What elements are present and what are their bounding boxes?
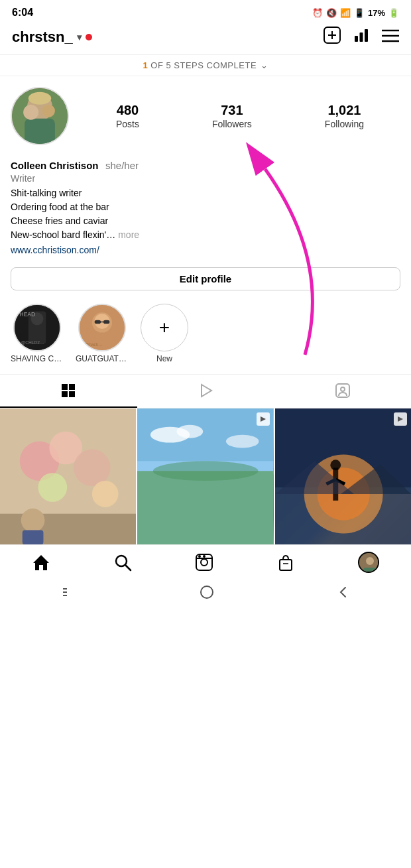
stats-row: 480 Posts 731 Followers 1,021 Following — [80, 103, 400, 130]
highlight-guat[interactable]: @hack… GUATGUATGU... — [76, 304, 129, 363]
svg-rect-3 — [355, 36, 358, 42]
svg-rect-24 — [95, 320, 101, 324]
svg-point-69 — [198, 555, 201, 558]
add-post-button[interactable] — [323, 27, 341, 48]
highlights-section: HEAD @CHLD2… SHAVING CH... @hack… — [0, 298, 411, 374]
system-back-button[interactable] — [337, 585, 349, 603]
new-highlight-plus-icon: + — [159, 317, 170, 338]
shop-icon — [276, 553, 295, 572]
home-icon — [32, 553, 50, 572]
highlight-shaving[interactable]: HEAD @CHLD2… SHAVING CH... — [11, 304, 64, 363]
analytics-button[interactable] — [353, 27, 370, 48]
bio-role: Writer — [11, 173, 400, 184]
grid-item-2[interactable] — [137, 408, 273, 544]
profile-top: 480 Posts 731 Followers 1,021 Following — [11, 87, 400, 145]
stat-posts[interactable]: 480 Posts — [116, 103, 139, 130]
steps-banner[interactable]: 1 OF 5 STEPS COMPLETE ⌄ — [0, 54, 411, 76]
profile-nav-button[interactable] — [358, 552, 379, 573]
bio-more[interactable]: more — [118, 229, 139, 240]
avatar-placeholder — [12, 88, 68, 144]
svg-point-48 — [153, 461, 259, 481]
bottom-nav — [0, 544, 411, 578]
video-indicator-3 — [394, 412, 407, 426]
following-count: 1,021 — [325, 103, 364, 118]
tabs-row — [0, 374, 411, 408]
svg-line-65 — [125, 565, 131, 570]
stat-following[interactable]: 1,021 Following — [325, 103, 364, 130]
highlight-shaving-circle: HEAD @CHLD2… — [13, 304, 61, 351]
activity-dot — [86, 34, 92, 40]
steps-chevron: ⌄ — [261, 60, 268, 70]
svg-point-13 — [23, 105, 38, 120]
bio-text: Shit-talking writer Ordering food at the… — [11, 186, 400, 242]
bio-full-name: Colleen Christison — [11, 160, 99, 171]
svg-rect-12 — [25, 119, 55, 144]
system-home-button[interactable] — [200, 585, 214, 603]
tagged-icon — [335, 383, 351, 399]
username-area[interactable]: chrstsn_ ▾ — [12, 29, 92, 46]
svg-rect-5 — [365, 29, 368, 42]
stat-followers[interactable]: 731 Followers — [212, 103, 252, 130]
following-label: Following — [325, 119, 364, 129]
svg-marker-32 — [202, 385, 211, 397]
battery-percent: 17% — [368, 8, 385, 18]
grid-item-1[interactable] — [0, 408, 136, 544]
svg-text:HEAD: HEAD — [20, 311, 36, 318]
svg-text:@hack…: @hack… — [85, 342, 103, 347]
svg-point-58 — [330, 460, 341, 470]
svg-text:@CHLD2…: @CHLD2… — [21, 340, 44, 345]
grid-icon — [60, 383, 76, 399]
followers-label: Followers — [212, 119, 252, 129]
shop-nav-button[interactable] — [276, 553, 295, 572]
svg-point-67 — [201, 559, 207, 566]
highlight-guat-label: GUATGUATGU... — [76, 354, 129, 363]
tab-tagged[interactable] — [274, 375, 411, 408]
svg-marker-63 — [33, 555, 49, 570]
wifi-icon: 📶 — [340, 8, 351, 18]
status-bar: 6:04 ⏰ 🔇 📶 📱 17% 🔋 — [0, 0, 411, 23]
svg-rect-75 — [363, 568, 377, 573]
posts-count: 480 — [116, 103, 139, 118]
tab-reels[interactable] — [137, 375, 274, 408]
svg-point-50 — [177, 425, 204, 438]
svg-rect-41 — [0, 514, 136, 545]
svg-point-34 — [341, 387, 345, 391]
highlight-new[interactable]: + New — [141, 304, 188, 363]
username-text: chrstsn_ — [12, 29, 73, 46]
svg-rect-30 — [62, 391, 68, 397]
svg-marker-52 — [398, 416, 403, 422]
svg-point-40 — [92, 481, 119, 507]
system-nav — [0, 578, 411, 612]
svg-point-51 — [226, 435, 259, 448]
svg-point-38 — [74, 449, 111, 486]
avatar-wrapper[interactable] — [11, 87, 69, 145]
followers-count: 731 — [212, 103, 252, 118]
reels-nav-button[interactable] — [195, 553, 213, 572]
home-nav-button[interactable] — [32, 553, 50, 572]
battery-icon: 🔋 — [388, 8, 399, 18]
profile-wrapper: 480 Posts 731 Followers 1,021 Following … — [0, 76, 411, 374]
search-nav-button[interactable] — [113, 553, 132, 572]
edit-profile-button[interactable]: Edit profile — [11, 267, 400, 290]
tab-grid[interactable] — [0, 375, 137, 408]
highlight-new-label: New — [156, 354, 172, 363]
system-recent-button[interactable] — [62, 586, 76, 601]
profile-avatar-small — [358, 552, 379, 573]
signal-icon: 📱 — [354, 8, 365, 18]
steps-of-label: OF 5 STEPS COMPLETE — [150, 60, 257, 70]
svg-rect-29 — [69, 384, 75, 390]
bio-pronouns: she/her — [105, 160, 139, 171]
reels-icon — [198, 383, 213, 399]
mute-icon: 🔇 — [326, 8, 337, 18]
menu-button[interactable] — [382, 28, 399, 46]
steps-current: 1 — [143, 60, 148, 70]
bio-website[interactable]: www.cchristison.com/ — [11, 245, 400, 255]
svg-point-79 — [201, 586, 213, 598]
svg-rect-31 — [69, 391, 75, 397]
alarm-icon: ⏰ — [312, 8, 323, 18]
posts-label: Posts — [116, 119, 139, 129]
edit-profile-section: Edit profile — [0, 263, 411, 298]
search-icon — [113, 553, 132, 572]
grid-item-3[interactable] — [275, 408, 411, 544]
svg-point-15 — [29, 92, 51, 105]
